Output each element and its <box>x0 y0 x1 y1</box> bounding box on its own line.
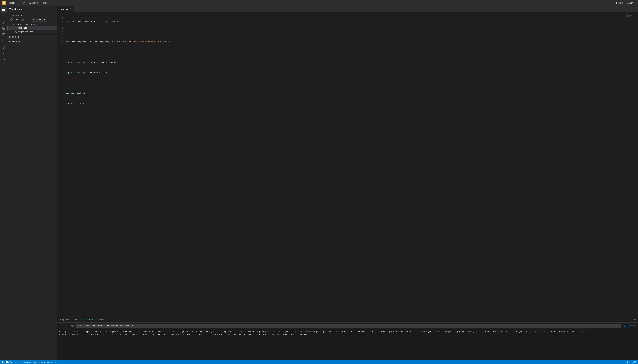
reload-button[interactable] <box>70 324 75 328</box>
minimap-line-7 <box>626 16 627 16</box>
minimap-lines <box>626 12 638 18</box>
line-numbers: 1 2 3 4 5 6 7 8 9 <box>57 13 65 316</box>
minimap-line-8 <box>626 16 630 16</box>
file-index-mjs[interactable]: {·} index.mjs <box>8 26 57 30</box>
file-curly-icon2: {·} <box>15 30 17 32</box>
sidebar-bottom: ▶ IMPORT ▶ SEARCH <box>8 34 57 44</box>
panel-tabs: Properties Console Preview Problems <box>57 317 638 322</box>
activity-integrations[interactable] <box>1 50 7 56</box>
project-root[interactable]: ▼ ⊠ my-enterprise-project <box>8 22 57 26</box>
svg-point-1 <box>3 17 3 17</box>
save-button[interactable] <box>9 17 14 22</box>
import-label: IMPORT <box>12 36 20 38</box>
code-content: import { client, response } from "@dirig… <box>65 13 625 316</box>
tab-preview[interactable]: Preview <box>84 317 95 322</box>
help-chevron-icon: ▾ <box>47 2 48 4</box>
sidebar-header: Workbench ··· <box>8 6 57 12</box>
svg-point-11 <box>27 18 29 20</box>
activity-files[interactable] <box>1 7 7 13</box>
svg-line-12 <box>29 20 29 20</box>
minimap <box>625 12 638 317</box>
run-button[interactable] <box>15 17 19 22</box>
file-chevron-icon: ▾ <box>24 2 26 4</box>
back-button[interactable] <box>59 324 63 328</box>
svg-point-4 <box>3 27 5 28</box>
tab-console[interactable]: Console <box>72 317 83 322</box>
forward-button[interactable] <box>65 324 69 328</box>
preview-content: OK {"@odata.context":"https://services.o… <box>57 329 638 360</box>
svg-point-2 <box>4 17 5 17</box>
file-name-index: index.mjs <box>18 27 27 29</box>
panel-actions <box>629 318 637 322</box>
preview-output: OK {"@odata.context":"https://services.o… <box>59 330 636 336</box>
import-section[interactable]: ▶ IMPORT <box>8 34 57 39</box>
file-curly-icon: {·} <box>16 27 17 29</box>
minimap-line-1 <box>626 13 634 13</box>
activity-git[interactable] <box>1 13 7 19</box>
minimap-line-9 <box>626 17 630 17</box>
svg-marker-10 <box>16 18 18 20</box>
status-message: File '/workspace/my-enterprise-project/i… <box>6 361 52 363</box>
status-bar: File '/workspace/my-enterprise-project/i… <box>0 360 638 364</box>
tab-problems[interactable]: Problems <box>95 317 107 322</box>
url-input[interactable] <box>76 324 621 328</box>
editor-area: index.mjs ✕ 1 2 3 4 5 6 7 8 9 impor <box>57 6 638 360</box>
file-name-template: template-wrapper.js <box>18 30 35 32</box>
menubar: C codbex File ▾ Window ▾ Help ▾ Theme ▾ … <box>0 0 638 6</box>
projects-chevron-icon: ▼ <box>9 14 11 16</box>
menu-help[interactable]: Help ▾ <box>40 1 49 5</box>
app-logo: C <box>2 1 6 5</box>
svg-point-9 <box>3 53 4 54</box>
project-icon: ⊠ <box>16 23 17 26</box>
tab-label: index.mjs <box>60 8 68 10</box>
refresh-button[interactable] <box>21 17 25 22</box>
sidebar: Workbench ··· ▼ PROJECTS <box>8 6 57 360</box>
workspace-selector[interactable]: workspace ▾ <box>32 18 47 22</box>
search-section[interactable]: ▶ SEARCH <box>8 39 57 44</box>
panel-close-button[interactable] <box>633 318 637 322</box>
activity-deploy[interactable] <box>1 20 7 25</box>
menubar-right: Theme ▾ admin ▾ <box>613 1 636 5</box>
svg-point-0 <box>4 15 4 16</box>
code-editor[interactable]: 1 2 3 4 5 6 7 8 9 import { client, respo… <box>57 12 625 317</box>
status-file-icon <box>2 361 4 363</box>
import-chevron-icon: ▶ <box>9 36 11 38</box>
tab-index-mjs[interactable]: index.mjs ✕ <box>57 6 74 12</box>
admin-menu[interactable]: admin ▾ <box>626 1 636 5</box>
theme-menu[interactable]: Theme ▾ <box>613 1 624 5</box>
projects-section-label[interactable]: ▼ PROJECTS <box>8 14 57 17</box>
workspace-chevron-icon: ▾ <box>44 18 45 21</box>
sidebar-title: Workbench <box>9 8 22 10</box>
unlock-label: Unlocked <box>626 324 635 327</box>
admin-chevron-icon: ▾ <box>633 2 634 4</box>
app-name: codbex <box>9 2 15 4</box>
activity-history[interactable] <box>1 44 7 50</box>
menu-file[interactable]: File ▾ <box>19 1 27 5</box>
workspace-label: workspace <box>33 18 43 21</box>
delete-icon[interactable] <box>54 361 56 363</box>
file-template-wrapper[interactable]: {·} template-wrapper.js <box>8 30 57 33</box>
sidebar-more-button[interactable]: ··· <box>52 8 55 11</box>
minimap-line-2 <box>626 14 627 14</box>
minimap-line-6 <box>626 15 632 16</box>
project-collapse-icon: ▼ <box>13 23 15 25</box>
tab-properties[interactable]: Properties <box>58 317 71 322</box>
menu-window[interactable]: Window ▾ <box>28 1 40 5</box>
activity-packages[interactable] <box>1 38 7 44</box>
activity-database[interactable] <box>1 26 7 31</box>
projects-label: PROJECTS <box>12 14 22 16</box>
search-button[interactable] <box>26 17 31 22</box>
svg-rect-5 <box>2 34 5 36</box>
activity-extensions[interactable] <box>1 57 7 62</box>
menu-bar: File ▾ Window ▾ Help ▾ <box>19 1 49 5</box>
search-label: SEARCH <box>12 40 20 43</box>
search-chevron-icon: ▶ <box>9 40 11 43</box>
panel-collapse-button[interactable] <box>629 318 632 322</box>
window-chevron-icon: ▾ <box>37 2 38 4</box>
file-tree: ▼ ⊠ my-enterprise-project {·} index.mjs … <box>8 22 57 33</box>
unlock-button[interactable]: Unlocked <box>622 324 636 328</box>
activity-terminal[interactable] <box>1 32 7 38</box>
preview-toolbar: Unlocked <box>57 322 638 329</box>
tab-close-button[interactable]: ✕ <box>69 8 71 10</box>
projects-toolbar: workspace ▾ <box>8 17 57 22</box>
